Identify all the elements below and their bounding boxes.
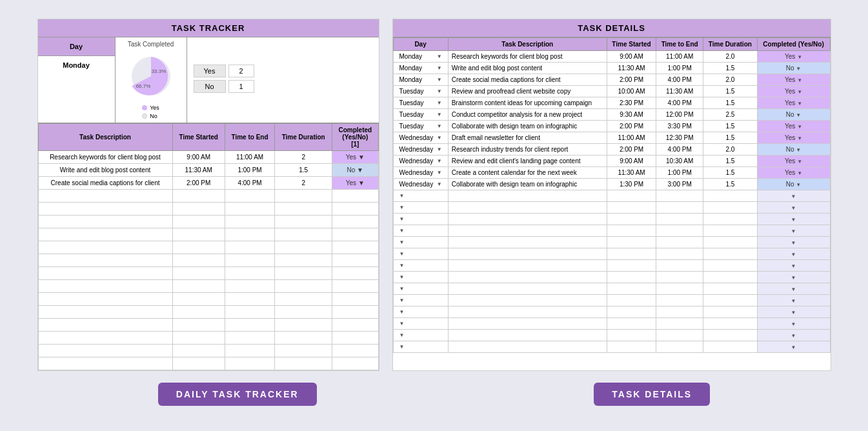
task-tracker-title: TASK TRACKER — [38, 19, 379, 37]
svg-text:66.7%: 66.7% — [136, 83, 150, 89]
legend-no-dot — [142, 114, 147, 119]
bottom-label-left: DAILY TASK TRACKER — [158, 383, 317, 406]
summary-yes-label: Yes — [194, 65, 226, 77]
dth-time-started: Time Started — [607, 38, 656, 51]
table-row: Research keywords for client blog post — [38, 151, 172, 164]
dth-day: Day — [393, 38, 448, 51]
dth-time-end: Time to End — [656, 38, 703, 51]
details-completed-cell-empty[interactable]: ▼ — [757, 248, 830, 260]
pie-legend: Yes No — [142, 105, 159, 119]
details-completed-cell-empty[interactable]: ▼ — [757, 318, 830, 330]
summary-no-value: 1 — [228, 80, 254, 93]
table-row[interactable]: Monday ▼ — [393, 63, 448, 74]
table-row: Create social media captions for client — [38, 177, 172, 190]
dth-completed: Completed (Yes/No) — [757, 38, 830, 51]
svg-text:33.3%: 33.3% — [151, 68, 166, 74]
details-completed-cell-empty[interactable]: ▼ — [757, 295, 830, 306]
details-completed-cell-empty[interactable]: ▼ — [757, 341, 830, 353]
completed-cell[interactable]: No ▼ — [332, 164, 378, 177]
details-completed-cell[interactable]: No ▼ — [757, 144, 830, 155]
dth-duration: Time Duration — [703, 38, 758, 51]
bottom-labels: DAILY TASK TRACKER TASK DETAILS — [13, 371, 855, 412]
details-completed-cell[interactable]: Yes ▼ — [757, 86, 830, 97]
details-completed-cell-empty[interactable]: ▼ — [757, 306, 830, 318]
summary-yes-value: 2 — [228, 65, 254, 77]
details-completed-cell[interactable]: Yes ▼ — [757, 132, 830, 144]
table-row[interactable]: Wednesday ▼ — [393, 155, 448, 167]
table-row[interactable]: Tuesday ▼ — [393, 97, 448, 109]
task-tracker-panel: TASK TRACKER Day Monday Task Completed — [37, 19, 379, 371]
details-completed-cell-empty[interactable]: ▼ — [757, 237, 830, 248]
details-completed-cell[interactable]: Yes ▼ — [757, 167, 830, 179]
table-row[interactable]: Wednesday ▼ — [393, 179, 448, 190]
dth-task-desc: Task Description — [448, 38, 607, 51]
table-row[interactable]: Tuesday ▼ — [393, 109, 448, 121]
th-task-desc: Task Description — [38, 124, 172, 151]
details-completed-cell[interactable]: Yes ▼ — [757, 121, 830, 132]
day-label: Day — [38, 37, 115, 56]
th-time-end: Time to End — [225, 124, 274, 151]
summary-table: Yes 2 No 1 — [187, 37, 265, 123]
details-completed-cell-empty[interactable]: ▼ — [757, 202, 830, 214]
table-row[interactable]: Monday ▼ — [393, 51, 448, 63]
pie-chart: 33.3% 66.7% — [125, 50, 177, 102]
chart-label: Task Completed — [128, 41, 174, 48]
task-details-panel: TASK DETAILS Day Task Description Time S… — [392, 19, 831, 371]
details-completed-cell-empty[interactable]: ▼ — [757, 214, 830, 225]
details-completed-cell[interactable]: Yes ▼ — [757, 155, 830, 167]
chart-area: Task Completed 33.3% 66.7% — [116, 37, 187, 123]
table-row[interactable]: Wednesday ▼ — [393, 132, 448, 144]
details-completed-cell[interactable]: No ▼ — [757, 109, 830, 121]
legend-yes-dot — [142, 105, 147, 110]
details-completed-cell[interactable]: Yes ▼ — [757, 97, 830, 109]
th-completed: Completed(Yes/No)[1] — [332, 124, 378, 151]
details-completed-cell-empty[interactable]: ▼ — [757, 190, 830, 202]
day-value: Monday — [38, 56, 115, 74]
details-table: Day Task Description Time Started Time t… — [393, 37, 831, 353]
th-duration: Time Duration — [275, 124, 332, 151]
th-time-started: Time Started — [172, 124, 225, 151]
details-completed-cell-empty[interactable]: ▼ — [757, 330, 830, 341]
table-row[interactable]: Monday ▼ — [393, 74, 448, 86]
summary-no-label: No — [194, 80, 226, 93]
task-details-title: TASK DETAILS — [393, 19, 831, 37]
table-row[interactable]: Tuesday ▼ — [393, 86, 448, 97]
details-completed-cell[interactable]: Yes ▼ — [757, 51, 830, 63]
legend-no-label: No — [150, 113, 157, 119]
task-table: Task Description Time Started Time to En… — [38, 123, 379, 370]
completed-cell[interactable]: Yes ▼ — [332, 151, 378, 164]
details-completed-cell-empty[interactable]: ▼ — [757, 260, 830, 272]
details-completed-cell-empty[interactable]: ▼ — [757, 283, 830, 295]
table-row: Write and edit blog post content — [38, 164, 172, 177]
details-completed-cell[interactable]: Yes ▼ — [757, 74, 830, 86]
details-completed-cell[interactable]: No ▼ — [757, 63, 830, 74]
details-completed-cell-empty[interactable]: ▼ — [757, 225, 830, 237]
table-row[interactable]: Wednesday ▼ — [393, 167, 448, 179]
bottom-label-right: TASK DETAILS — [594, 383, 710, 406]
table-row[interactable]: Tuesday ▼ — [393, 121, 448, 132]
legend-yes-label: Yes — [150, 105, 159, 111]
details-completed-cell-empty[interactable]: ▼ — [757, 272, 830, 283]
completed-cell[interactable]: Yes ▼ — [332, 177, 378, 190]
table-row[interactable]: Wednesday ▼ — [393, 144, 448, 155]
details-completed-cell[interactable]: No ▼ — [757, 179, 830, 190]
